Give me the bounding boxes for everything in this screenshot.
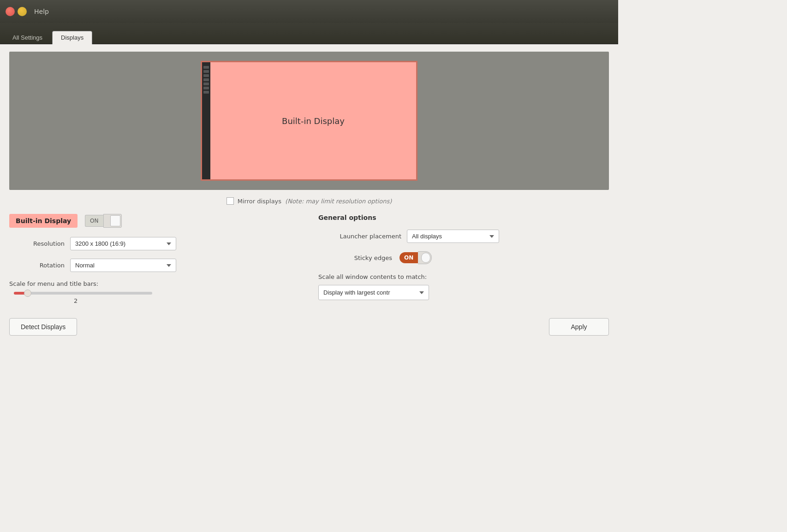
scale-section: Scale for menu and title bars: 2 [9, 280, 300, 304]
sticky-toggle-knob[interactable] [418, 251, 432, 264]
mirror-displays-note: (Note: may limit resolution options) [285, 198, 392, 205]
monitor-frame: Built-in Display [201, 61, 417, 181]
window-controls [6, 7, 27, 16]
launcher-label: Launcher placement [318, 233, 401, 240]
monitor-screen: Built-in Display [210, 62, 416, 179]
display-preview-area: Built-in Display [9, 52, 609, 190]
sidebar-icon [203, 74, 209, 77]
close-button[interactable] [6, 7, 15, 16]
scale-value: 2 [14, 297, 78, 304]
scale-label: Scale for menu and title bars: [9, 280, 300, 287]
display-name-badge: Built-in Display [9, 214, 78, 228]
rotation-label: Rotation [9, 262, 65, 269]
scale-slider-track[interactable] [14, 292, 152, 295]
detect-displays-button[interactable]: Detect Displays [9, 318, 77, 336]
sidebar-icon [203, 66, 209, 69]
mirror-displays-label: Mirror displays [238, 198, 281, 205]
sidebar-icon [203, 78, 209, 81]
monitor-sidebar [202, 62, 210, 179]
scale-slider-container: 2 [9, 292, 300, 304]
mirror-displays-checkbox[interactable] [227, 197, 234, 205]
scale-slider-thumb[interactable] [24, 290, 31, 297]
tab-displays[interactable]: Displays [52, 31, 92, 44]
launcher-select[interactable]: All displays Primary display only [407, 230, 499, 243]
main-content: Built-in Display Mirror displays (Note: … [0, 52, 618, 342]
display-settings-panel: Built-in Display ON Resolution 3200 x 18… [9, 214, 314, 304]
scale-contents-label: Scale all window contents to match: [318, 273, 609, 280]
sticky-on-label: ON [399, 252, 418, 263]
general-options-title: General options [318, 214, 609, 221]
sticky-edges-label: Sticky edges [318, 254, 392, 261]
scale-contents-select[interactable]: Display with largest contr Custom [318, 285, 429, 300]
general-options-panel: General options Launcher placement All d… [314, 214, 609, 304]
display-name-row: Built-in Display ON [9, 214, 300, 228]
sidebar-icon [203, 91, 209, 94]
toolbar: All Settings Displays [0, 23, 618, 44]
sticky-edges-toggle[interactable]: ON [399, 251, 432, 264]
sticky-knob-circle [421, 253, 430, 263]
window-title: Help [34, 8, 49, 15]
sticky-edges-row: Sticky edges ON [318, 251, 609, 264]
toggle-switch[interactable] [103, 214, 122, 228]
titlebar: Help [0, 0, 618, 23]
launcher-row: Launcher placement All displays Primary … [318, 230, 609, 243]
rotation-select[interactable]: Normal 90° 180° 270° [70, 259, 176, 272]
tab-all-settings[interactable]: All Settings [4, 31, 51, 44]
resolution-row: Resolution 3200 x 1800 (16:9) 2560 x 144… [9, 237, 300, 250]
rotation-row: Rotation Normal 90° 180° 270° [9, 259, 300, 272]
minimize-button[interactable] [18, 7, 27, 16]
scale-contents-section: Scale all window contents to match: Disp… [318, 273, 609, 300]
toggle-knob [110, 215, 120, 226]
sidebar-icon [203, 83, 209, 85]
display-on-toggle[interactable]: ON [85, 214, 121, 228]
apply-button[interactable]: Apply [549, 318, 609, 336]
resolution-select[interactable]: 3200 x 1800 (16:9) 2560 x 1440 (16:9) 19… [70, 237, 176, 250]
sidebar-icon [203, 87, 209, 89]
settings-area: Built-in Display ON Resolution 3200 x 18… [0, 214, 618, 304]
monitor-label: Built-in Display [282, 116, 345, 126]
bottom-bar: Detect Displays Apply [0, 309, 618, 342]
toggle-on-label: ON [85, 215, 103, 227]
mirror-displays-row: Mirror displays (Note: may limit resolut… [0, 197, 618, 205]
resolution-label: Resolution [9, 240, 65, 247]
sidebar-icon [203, 70, 209, 73]
